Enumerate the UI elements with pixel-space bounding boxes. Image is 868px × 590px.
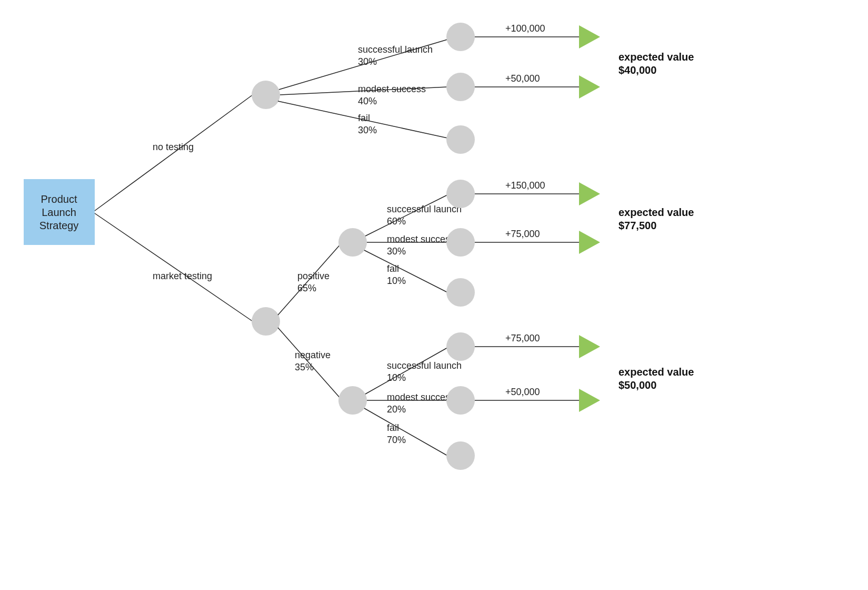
nt-fail-node [446,125,475,154]
pos-success-payoff: +150,000 [505,180,545,191]
root-label-line3: Strategy [39,220,78,231]
nt-fail-label: fail [358,113,370,123]
mt-positive-label: positive [297,271,330,281]
neg-success-payoff: +75,000 [505,333,540,343]
nt-fail-prob: 30% [358,125,377,135]
mt-negative-label: negative [295,350,331,360]
neg-ev-value: $50,000 [618,379,656,391]
neg-modest-node [446,386,475,415]
neg-success-label: successful launch [387,360,462,371]
pos-success-prob: 60% [387,216,406,227]
pos-modest-node [446,228,475,257]
neg-modest-terminal-icon [579,389,600,412]
edge-neg-fail [364,408,447,456]
nt-success-payoff: +100,000 [505,23,545,34]
nt-modest-label: modest success [358,84,426,94]
root-label-line1: Product [41,193,77,205]
neg-ev-label: expected value [618,366,694,378]
pos-modest-payoff: +75,000 [505,229,540,239]
nt-modest-terminal-icon [579,75,600,99]
nt-success-terminal-icon [579,25,600,48]
neg-fail-prob: 70% [387,435,406,445]
nt-success-prob: 30% [358,56,377,67]
branch-no-testing-label: no testing [153,142,194,152]
pos-fail-prob: 10% [387,276,406,286]
decision-tree-diagram: Product Launch Strategy no testing marke… [0,0,868,590]
nt-modest-node [446,73,475,101]
pos-modest-terminal-icon [579,231,600,254]
no-testing-chance-node [252,81,280,109]
mt-positive-chance-node [338,228,367,257]
nt-success-label: successful launch [358,44,433,55]
pos-fail-label: fail [387,263,399,274]
pos-success-terminal-icon [579,182,600,205]
nt-modest-payoff: +50,000 [505,73,540,84]
nt-modest-prob: 40% [358,96,377,106]
mt-negative-prob: 35% [295,362,314,372]
edge-root-no-testing [95,95,253,211]
edge-neg-success [365,348,447,394]
neg-modest-label: modest success [387,392,455,402]
neg-modest-prob: 20% [387,404,406,415]
nt-success-node [446,23,475,51]
nt-ev-label: expected value [618,51,694,63]
pos-success-node [446,180,475,208]
pos-modest-label: modest success [387,234,455,244]
neg-modest-payoff: +50,000 [505,387,540,397]
edge-pos-fail [364,250,447,292]
nt-ev-value: $40,000 [618,64,656,76]
neg-success-prob: 10% [387,372,406,383]
neg-success-terminal-icon [579,335,600,358]
branch-market-testing-label: market testing [153,271,212,281]
neg-fail-node [446,441,475,470]
neg-fail-label: fail [387,422,399,433]
pos-modest-prob: 30% [387,246,406,257]
root-label-line2: Launch [42,206,76,218]
pos-ev-value: $77,500 [618,220,656,231]
edge-root-market-testing [95,213,253,321]
mt-negative-chance-node [338,386,367,415]
pos-success-label: successful launch [387,204,462,214]
pos-fail-node [446,278,475,307]
mt-positive-prob: 65% [297,283,316,293]
neg-success-node [446,332,475,361]
market-testing-chance-node [252,307,280,336]
pos-ev-label: expected value [618,206,694,218]
edge-pos-success [365,195,447,236]
